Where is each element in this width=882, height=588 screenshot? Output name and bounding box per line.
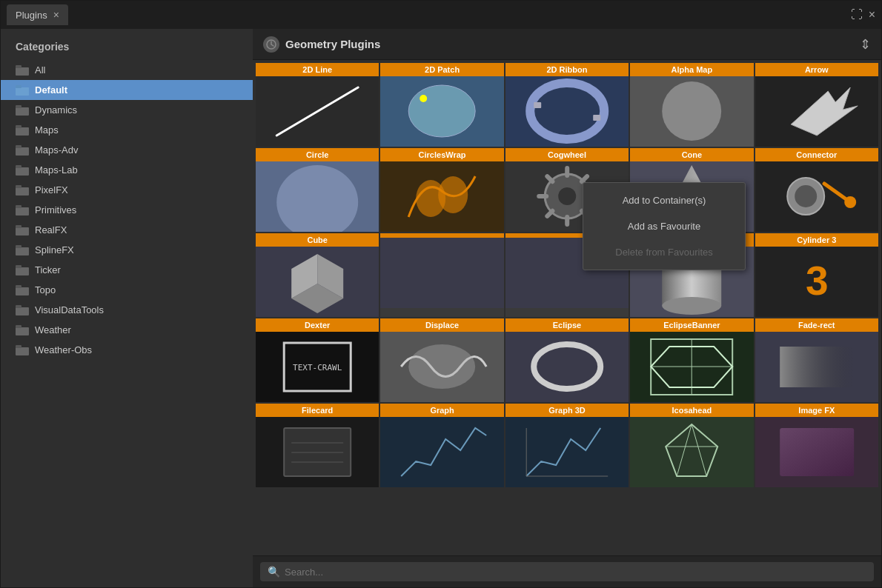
plugin-item-alpha-map[interactable]: Alpha Map bbox=[630, 63, 753, 147]
svg-rect-15 bbox=[16, 205, 21, 208]
plugin-label: Circle bbox=[256, 148, 379, 161]
sidebar-item-maps-adv[interactable]: Maps-Adv bbox=[1, 140, 253, 160]
title-bar: Plugins × ⛶ × bbox=[1, 1, 881, 29]
plugin-item-eclipsebanner[interactable]: EclipseBanner bbox=[630, 318, 753, 402]
plugin-item-cube[interactable]: Cube bbox=[256, 233, 379, 317]
plugin-item-circle[interactable]: Circle bbox=[256, 148, 379, 232]
plugin-thumbnail bbox=[256, 161, 379, 232]
svg-point-65 bbox=[409, 344, 476, 389]
sidebar-item-visualdatatools[interactable]: VisualDataTools bbox=[1, 300, 253, 320]
sidebar-item-pixelfx[interactable]: PixelFX bbox=[1, 180, 253, 200]
sidebar-item-splinefx[interactable]: SplineFX bbox=[1, 240, 253, 260]
plugin-label: Eclipse bbox=[505, 318, 629, 332]
tab-label: Plugins bbox=[16, 10, 47, 21]
plugin-item-image-fx[interactable]: Image FX bbox=[755, 404, 878, 487]
svg-rect-9 bbox=[16, 145, 21, 148]
plugin-item-graph-3d[interactable]: Graph 3D bbox=[505, 404, 629, 487]
sidebar-item-primitives[interactable]: Primitives bbox=[1, 200, 253, 220]
title-bar-left: Plugins × bbox=[7, 4, 68, 25]
plugin-label: Filecard bbox=[256, 404, 379, 417]
sidebar-item-label: Maps bbox=[35, 124, 59, 136]
sidebar-item-weather-obs[interactable]: Weather-Obs bbox=[1, 340, 253, 360]
plugin-thumbnail bbox=[630, 417, 753, 487]
plugin-item-graph[interactable]: Graph bbox=[380, 404, 503, 487]
sidebar-item-label: Maps-Lab bbox=[35, 164, 78, 176]
plugins-tab[interactable]: Plugins × bbox=[7, 4, 68, 25]
plugin-thumbnail bbox=[380, 238, 503, 308]
svg-rect-71 bbox=[780, 347, 854, 387]
sidebar-item-default[interactable]: Default bbox=[1, 80, 253, 100]
svg-rect-22 bbox=[16, 287, 29, 295]
folder-icon bbox=[16, 305, 29, 315]
sidebar-item-label: Default bbox=[35, 84, 67, 96]
sidebar-item-all[interactable]: All bbox=[1, 60, 253, 80]
plugin-item-dexter[interactable]: DexterTEXT-CRAWL bbox=[256, 318, 379, 402]
svg-rect-3 bbox=[16, 85, 21, 88]
folder-icon bbox=[16, 185, 29, 196]
plugin-thumbnail bbox=[380, 332, 503, 402]
svg-rect-10 bbox=[16, 167, 29, 176]
sidebar-item-maps[interactable]: Maps bbox=[1, 120, 253, 140]
plugin-thumbnail bbox=[256, 76, 379, 147]
folder-icon bbox=[16, 125, 29, 136]
sidebar-item-dynamics[interactable]: Dynamics bbox=[1, 100, 253, 120]
panel-icon bbox=[263, 36, 279, 53]
svg-rect-7 bbox=[16, 125, 21, 128]
plugin-label: Graph bbox=[380, 404, 503, 417]
panel-title: Geometry Plugins bbox=[285, 38, 380, 50]
svg-text:3: 3 bbox=[805, 258, 828, 304]
sidebar-item-topo[interactable]: Topo bbox=[1, 280, 253, 300]
svg-point-42 bbox=[558, 187, 576, 205]
plugin-thumbnail bbox=[505, 417, 629, 487]
main-content: Categories All Default Dynamics Maps Map… bbox=[1, 29, 881, 587]
plugin-item-2d-patch[interactable]: 2D Patch bbox=[380, 63, 503, 147]
plugin-thumbnail bbox=[755, 161, 878, 232]
plugin-item-arrow[interactable]: Arrow bbox=[755, 63, 878, 147]
plugin-item-2d-line[interactable]: 2D Line bbox=[256, 63, 379, 147]
sidebar-item-weather[interactable]: Weather bbox=[1, 320, 253, 340]
title-bar-controls: ⛶ × bbox=[851, 8, 875, 21]
plugin-item-circleswrap[interactable]: CirclesWrap bbox=[380, 148, 503, 232]
svg-rect-2 bbox=[16, 87, 29, 96]
folder-icon bbox=[16, 325, 29, 335]
sidebar-item-label: PixelFX bbox=[35, 184, 68, 196]
plugin-label: 2D Patch bbox=[380, 63, 503, 76]
sidebar-item-label: VisualDataTools bbox=[35, 304, 104, 315]
plugin-label: Cogwheel bbox=[505, 148, 629, 161]
plugin-label: Dexter bbox=[256, 318, 379, 332]
panel-arrow-icon[interactable]: ⇕ bbox=[860, 36, 871, 53]
plugin-thumbnail bbox=[380, 161, 503, 232]
sidebar-items-container: All Default Dynamics Maps Maps-Adv Maps-… bbox=[1, 60, 253, 360]
maximize-button[interactable]: ⛶ bbox=[851, 8, 863, 21]
plugins-window: Plugins × ⛶ × Categories All Default Dyn… bbox=[0, 0, 882, 588]
sidebar-item-ticker[interactable]: Ticker bbox=[1, 260, 253, 280]
plugin-item-cylinder-3[interactable]: Cylinder 33 bbox=[755, 233, 878, 317]
categories-header: Categories bbox=[1, 36, 253, 60]
plugin-item-filecard[interactable]: Filecard bbox=[256, 404, 379, 487]
plugin-item-2d-ribbon[interactable]: 2D Ribbon bbox=[505, 63, 629, 147]
svg-rect-12 bbox=[16, 187, 29, 196]
search-input[interactable] bbox=[285, 567, 866, 578]
svg-rect-25 bbox=[16, 305, 21, 308]
svg-rect-26 bbox=[16, 327, 29, 335]
plugin-item-connector[interactable]: Connector bbox=[755, 148, 878, 232]
plugin-item-icosahead[interactable]: Icosahead bbox=[630, 404, 753, 487]
sidebar-item-label: Maps-Adv bbox=[35, 144, 79, 156]
plugin-label: Fade-rect bbox=[755, 318, 878, 332]
sidebar-item-realfx[interactable]: RealFX bbox=[1, 220, 253, 240]
tab-close-icon[interactable]: × bbox=[53, 9, 59, 21]
context-menu-item-0[interactable]: Add to Container(s) bbox=[583, 187, 745, 213]
plugin-label: Icosahead bbox=[630, 404, 753, 417]
close-button[interactable]: × bbox=[869, 8, 875, 21]
sidebar-item-maps-lab[interactable]: Maps-Lab bbox=[1, 160, 253, 180]
context-menu-item-1[interactable]: Add as Favourite bbox=[583, 213, 745, 239]
search-input-wrapper: 🔍 bbox=[260, 562, 874, 581]
folder-icon bbox=[16, 345, 29, 355]
sidebar-item-label: SplineFX bbox=[35, 244, 74, 255]
plugin-item-eclipse[interactable]: Eclipse bbox=[505, 318, 629, 402]
plugin-item-empty[interactable] bbox=[380, 233, 503, 317]
plugin-item-displace[interactable]: Displace bbox=[380, 318, 503, 402]
plugin-thumbnail bbox=[505, 332, 629, 402]
plugin-item-fade-rect[interactable]: Fade-rect bbox=[755, 318, 878, 402]
sidebar-item-label: Weather bbox=[35, 324, 71, 335]
